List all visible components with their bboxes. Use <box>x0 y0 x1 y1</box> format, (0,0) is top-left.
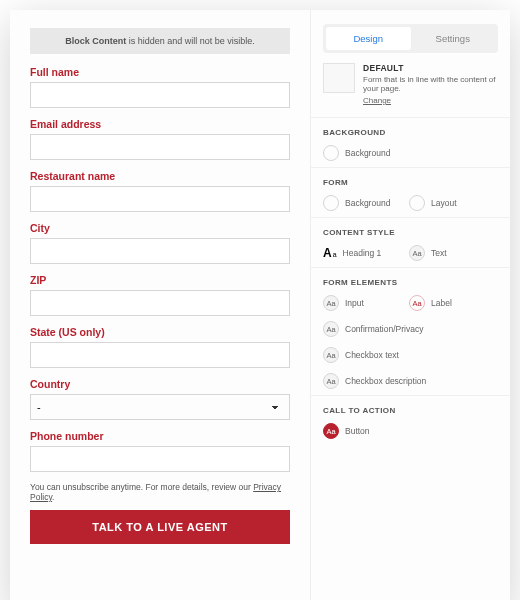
label-email: Email address <box>30 118 290 130</box>
section-content-heading: CONTENT STYLE <box>323 228 498 237</box>
label-phone: Phone number <box>30 430 290 442</box>
opt-text[interactable]: AaText <box>409 245 481 261</box>
opt-checkbox-text[interactable]: AaCheckbox text <box>323 347 399 363</box>
input-email[interactable] <box>30 134 290 160</box>
tab-design[interactable]: Design <box>326 27 411 50</box>
opt-input[interactable]: AaInput <box>323 295 395 311</box>
tab-settings[interactable]: Settings <box>411 27 496 50</box>
section-cta-heading: CALL TO ACTION <box>323 406 498 415</box>
circle-icon <box>323 145 339 161</box>
hidden-notice: Block Content is hidden and will not be … <box>30 28 290 54</box>
preset-title: DEFAULT <box>363 63 498 73</box>
aa-icon: Aa <box>409 295 425 311</box>
aa-icon: Aa <box>323 347 339 363</box>
preset-swatch <box>323 63 355 93</box>
input-zip[interactable] <box>30 290 290 316</box>
aa-icon: Aa <box>409 245 425 261</box>
label-restaurant: Restaurant name <box>30 170 290 182</box>
label-zip: ZIP <box>30 274 290 286</box>
preset-change-link[interactable]: Change <box>363 96 391 105</box>
circle-icon <box>323 195 339 211</box>
opt-button[interactable]: AaButton <box>323 423 395 439</box>
label-state: State (US only) <box>30 326 290 338</box>
label-country: Country <box>30 378 290 390</box>
opt-checkbox-desc[interactable]: AaCheckbox description <box>323 373 426 389</box>
circle-icon <box>409 195 425 211</box>
input-full-name[interactable] <box>30 82 290 108</box>
preset-row: DEFAULT Form that is in line with the co… <box>311 63 510 117</box>
preset-desc: Form that is in line with the content of… <box>363 75 498 93</box>
tabs: Design Settings <box>323 24 498 53</box>
form-panel: Block Content is hidden and will not be … <box>10 10 310 600</box>
input-phone[interactable] <box>30 446 290 472</box>
opt-label[interactable]: AaLabel <box>409 295 481 311</box>
unsubscribe-text: You can unsubscribe anytime. For more de… <box>30 482 290 502</box>
input-state[interactable] <box>30 342 290 368</box>
aa-icon: Aa <box>323 295 339 311</box>
input-city[interactable] <box>30 238 290 264</box>
settings-sidebar: Design Settings DEFAULT Form that is in … <box>310 10 510 600</box>
section-elements-heading: FORM ELEMENTS <box>323 278 498 287</box>
talk-to-agent-button[interactable]: TALK TO A LIVE AGENT <box>30 510 290 544</box>
select-country[interactable]: - <box>30 394 290 420</box>
section-background-heading: BACKGROUND <box>323 128 498 137</box>
opt-background[interactable]: Background <box>323 145 395 161</box>
section-form-heading: FORM <box>323 178 498 187</box>
opt-form-background[interactable]: Background <box>323 195 395 211</box>
aa-icon: Aa <box>323 373 339 389</box>
aa-icon: Aa <box>323 321 339 337</box>
opt-form-layout[interactable]: Layout <box>409 195 481 211</box>
aa-icon: Aa <box>323 423 339 439</box>
label-city: City <box>30 222 290 234</box>
input-restaurant[interactable] <box>30 186 290 212</box>
opt-confirmation[interactable]: AaConfirmation/Privacy <box>323 321 473 337</box>
opt-heading1[interactable]: AaHeading 1 <box>323 245 395 261</box>
font-icon: Aa <box>323 246 337 260</box>
label-full-name: Full name <box>30 66 290 78</box>
